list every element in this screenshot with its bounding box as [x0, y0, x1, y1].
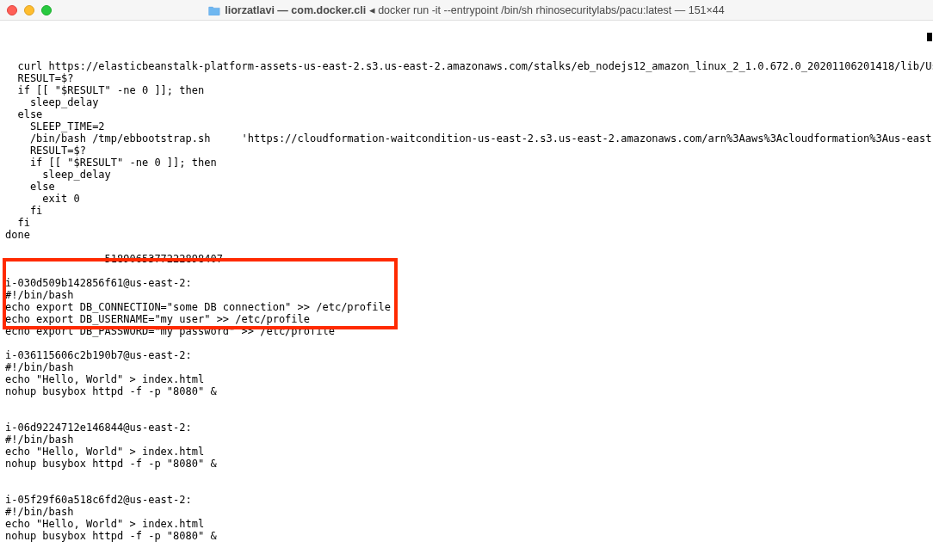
- window-title: liorzatlavi — com.docker.cli ◂ docker ru…: [208, 3, 725, 16]
- terminal-line: [5, 337, 928, 349]
- terminal-line: [5, 554, 928, 560]
- terminal-line: [5, 482, 928, 494]
- terminal-output[interactable]: curl https://elasticbeanstalk-platform-a…: [0, 21, 933, 560]
- terminal-line: echo export DB_PASSWORD="my password" >>…: [5, 325, 928, 337]
- terminal-line: i-030d509b142856f61@us-east-2:: [5, 277, 928, 289]
- terminal-line: echo export DB_USERNAME="my user" >> /et…: [5, 313, 928, 325]
- terminal-line: else: [5, 108, 928, 120]
- terminal-line: i-036115606c2b190b7@us-east-2:: [5, 349, 928, 361]
- terminal-line: #!/bin/bash: [5, 289, 928, 301]
- terminal-line: if [[ "$RESULT" -ne 0 ]]; then: [5, 157, 928, 169]
- terminal-line: --==============5189065377222898407==--: [5, 253, 928, 265]
- terminal-line: curl https://elasticbeanstalk-platform-a…: [5, 60, 928, 72]
- terminal-line: SLEEP_TIME=2: [5, 120, 928, 132]
- terminal-line: RESULT=$?: [5, 145, 928, 157]
- terminal-line: echo "Hello, World" > index.html: [5, 518, 928, 530]
- terminal-line: i-05f29f60a518c6fd2@us-east-2:: [5, 494, 928, 506]
- terminal-line: if [[ "$RESULT" -ne 0 ]]; then: [5, 84, 928, 96]
- terminal-line: nohup busybox httpd -f -p "8080" &: [5, 385, 928, 397]
- terminal-line: #!/bin/bash: [5, 361, 928, 373]
- traffic-lights: [7, 5, 52, 15]
- terminal-line: done: [5, 229, 928, 241]
- terminal-line: nohup busybox httpd -f -p "8080" &: [5, 530, 928, 542]
- scroll-indicator: [927, 33, 932, 41]
- terminal-line: [5, 542, 928, 554]
- terminal-line: [5, 265, 928, 277]
- close-icon[interactable]: [7, 5, 17, 15]
- terminal-line: sleep_delay: [5, 169, 928, 181]
- terminal-line: echo export DB_CONNECTION="some DB conne…: [5, 301, 928, 313]
- terminal-line: sleep_delay: [5, 96, 928, 108]
- folder-icon: [208, 5, 220, 15]
- terminal-line: #!/bin/bash: [5, 434, 928, 446]
- terminal-line: else: [5, 181, 928, 193]
- terminal-line: i-06d9224712e146844@us-east-2:: [5, 422, 928, 434]
- terminal-line: [5, 397, 928, 409]
- window-title-text: liorzatlavi — com.docker.cli ◂ docker ru…: [225, 3, 725, 16]
- terminal-line: #!/bin/bash: [5, 506, 928, 518]
- terminal-line: echo "Hello, World" > index.html: [5, 373, 928, 385]
- titlebar: liorzatlavi — com.docker.cli ◂ docker ru…: [0, 0, 933, 21]
- terminal-line: fi: [5, 205, 928, 217]
- terminal-line: [5, 470, 928, 482]
- terminal-line: echo "Hello, World" > index.html: [5, 446, 928, 458]
- terminal-line: /bin/bash /tmp/ebbootstrap.sh 'https://c…: [5, 132, 928, 145]
- terminal-line: [5, 241, 928, 253]
- terminal-line: nohup busybox httpd -f -p "8080" &: [5, 458, 928, 470]
- terminal-line: fi: [5, 217, 928, 229]
- terminal-line: [5, 409, 928, 422]
- maximize-icon[interactable]: [41, 5, 52, 15]
- minimize-icon[interactable]: [24, 5, 34, 15]
- terminal-line: exit 0: [5, 193, 928, 205]
- terminal-line: RESULT=$?: [5, 72, 928, 84]
